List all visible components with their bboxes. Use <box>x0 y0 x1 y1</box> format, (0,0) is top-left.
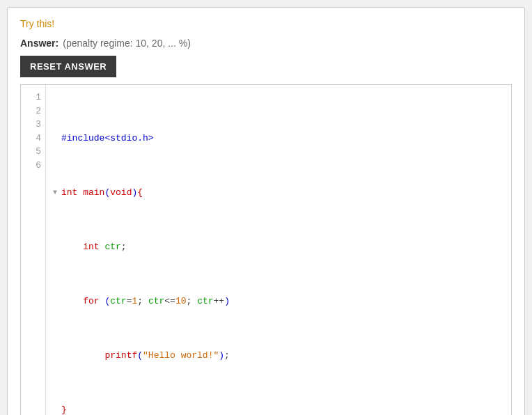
reset-answer-button[interactable]: RESET ANSWER <box>20 56 116 77</box>
code-token <box>61 240 83 254</box>
code-line-2: ▼int main(void){ <box>53 186 504 200</box>
code-token: ( <box>104 295 110 308</box>
fold-1 <box>53 133 60 143</box>
code-token: ( <box>104 186 110 200</box>
code-token <box>100 240 105 254</box>
code-token: ; <box>187 295 198 308</box>
code-token <box>77 186 83 200</box>
code-token: ; <box>224 349 230 363</box>
code-line-6: } <box>53 403 504 416</box>
answer-line: Answer: (penalty regime: 10, 20, ... %) <box>20 38 512 49</box>
code-token: } <box>61 403 67 416</box>
code-token: ) <box>132 186 137 200</box>
code-token: 10 <box>175 295 187 308</box>
line-number-3: 3 <box>25 118 41 132</box>
code-token: void <box>110 186 132 200</box>
code-token: { <box>137 186 143 200</box>
code-token <box>61 295 83 308</box>
penalty-text: (penalty regime: 10, 20, ... %) <box>63 38 191 49</box>
code-token: <= <box>164 295 175 308</box>
code-line-1: #include<stdio.h> <box>53 132 504 146</box>
code-line-3: int ctr; <box>53 240 504 254</box>
code-token: "Hello world!" <box>143 349 219 363</box>
code-editor[interactable]: 1 2 3 4 5 6 #include<stdio.h> ▼int main(… <box>20 84 512 415</box>
code-token: 1 <box>132 295 137 308</box>
code-token: ) <box>224 295 230 308</box>
code-token: ctr <box>110 295 126 308</box>
code-token <box>100 295 105 308</box>
code-token: ) <box>219 349 224 363</box>
code-token: ; <box>137 295 148 308</box>
code-token: int <box>83 240 99 254</box>
page-container: Try this! Answer: (penalty regime: 10, 2… <box>0 0 532 415</box>
code-line-5: printf("Hello world!"); <box>53 349 504 363</box>
code-token: ++ <box>214 295 225 308</box>
fold-6 <box>53 405 60 415</box>
line-number-1: 1 <box>25 91 41 104</box>
code-token: ( <box>137 349 143 363</box>
fold-2: ▼ <box>53 187 60 198</box>
line-number-5: 5 <box>25 145 41 159</box>
line-number-4: 4 <box>25 132 41 146</box>
line-numbers: 1 2 3 4 5 6 <box>21 85 46 415</box>
code-token <box>61 349 104 363</box>
code-content[interactable]: #include<stdio.h> ▼int main(void){ int c… <box>46 85 511 415</box>
line-number-2: 2 <box>25 104 41 118</box>
code-token: main <box>83 186 104 200</box>
code-line-4: for (ctr=1; ctr<=10; ctr++) <box>53 295 504 308</box>
answer-label: Answer: <box>20 38 58 49</box>
fold-3 <box>53 242 60 252</box>
code-token: ctr <box>148 295 164 308</box>
code-token: ; <box>121 240 127 254</box>
code-token: = <box>127 295 132 308</box>
fold-4 <box>53 296 60 306</box>
code-token: ctr <box>104 240 120 254</box>
try-this-label: Try this! <box>20 18 512 29</box>
code-token: for <box>83 295 99 308</box>
code-token: #include<stdio.h> <box>61 132 154 146</box>
fold-5 <box>53 350 60 361</box>
code-token: int <box>61 186 77 200</box>
line-number-6: 6 <box>25 159 41 173</box>
code-token: ctr <box>197 295 213 308</box>
code-token: printf <box>104 349 137 363</box>
main-card: Try this! Answer: (penalty regime: 10, 2… <box>7 7 525 415</box>
